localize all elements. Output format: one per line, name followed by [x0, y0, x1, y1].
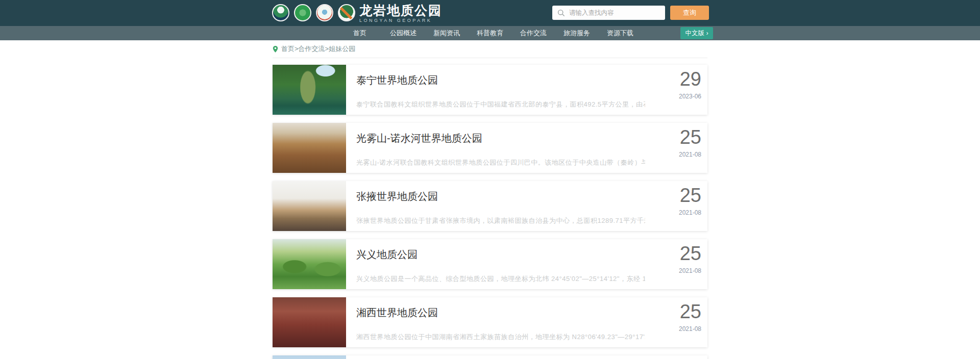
date-block: 25 2021-08 [645, 181, 707, 231]
geopark-emblem-hammer-icon [338, 4, 355, 21]
breadcrumb-text[interactable]: 首页>合作交流>姐妹公园 [281, 44, 355, 54]
nav-item-tourism-service[interactable]: 旅游服务 [562, 26, 591, 40]
date-year-month: 2021-08 [645, 151, 701, 158]
date-block: 25 [645, 355, 707, 359]
park-photo-partial [273, 355, 346, 359]
park-title[interactable]: 兴义地质公园 [356, 247, 645, 262]
language-version-button[interactable]: 中文版 › [680, 27, 713, 39]
geopark-emblem-red-ring-icon [316, 4, 333, 21]
sister-parks-list: 泰宁世界地质公园 泰宁联合国教科文组织世界地质公园位于中国福建省西北部的泰宁县，… [273, 65, 707, 359]
nav-item-news[interactable]: 新闻资讯 [432, 26, 461, 40]
site-title-block: 龙岩地质公园 LONGYAN GEOPARK [359, 4, 442, 23]
nav-menu: 首页 公园概述 新闻资讯 科普教育 合作交流 旅游服务 资源下载 [346, 26, 634, 40]
list-item-taining[interactable]: 泰宁世界地质公园 泰宁联合国教科文组织世界地质公园位于中国福建省西北部的泰宁县，… [273, 65, 707, 115]
list-item-body: 湘西世界地质公园 湘西世界地质公园位于中国湖南省湘西土家族苗族自治州，地理坐标为… [346, 297, 645, 347]
location-pin-icon [273, 46, 278, 53]
list-item-xiangxi[interactable]: 湘西世界地质公园 湘西世界地质公园位于中国湖南省湘西土家族苗族自治州，地理坐标为… [273, 297, 707, 347]
search-box[interactable] [552, 6, 665, 20]
nav-item-science-education[interactable]: 科普教育 [476, 26, 504, 40]
date-block: 29 2023-06 [645, 65, 707, 115]
date-day: 25 [645, 127, 701, 147]
park-photo-zhangye [273, 181, 346, 231]
park-photo-guangwushan [273, 123, 346, 173]
site-title: 龙岩地质公园 [359, 4, 442, 17]
park-photo-xingyi [273, 239, 346, 289]
date-day: 25 [645, 185, 701, 206]
breadcrumb: 首页>合作交流>姐妹公园 [273, 44, 707, 58]
list-item-partial[interactable]: 25 [273, 355, 707, 359]
park-description: 张掖世界地质公园位于甘肃省张掖市境内，以肃南裕固族自治县为中心，总面积1289.… [356, 216, 645, 225]
list-item-body: 光雾山-诺水河世界地质公园 光雾山-诺水河联合国教科文组织世界地质公园位于四川巴… [346, 123, 645, 173]
search-icon [557, 9, 565, 17]
list-item-xingyi[interactable]: 兴义地质公园 兴义地质公园是一个高品位、综合型地质公园，地理坐标为北纬 24°4… [273, 239, 707, 289]
geopark-emblem-green-icon [294, 4, 311, 21]
list-item-body: 兴义地质公园 兴义地质公园是一个高品位、综合型地质公园，地理坐标为北纬 24°4… [346, 239, 645, 289]
park-description: 光雾山-诺水河联合国教科文组织世界地质公园位于四川巴中。该地区位于中央造山带（秦… [356, 158, 645, 167]
date-year-month: 2021-08 [645, 267, 701, 274]
date-day: 29 [645, 69, 701, 89]
park-photo-taining [273, 65, 346, 115]
site-header: 龙岩地质公园 LONGYAN GEOPARK 查询 [0, 0, 980, 26]
park-description: 兴义地质公园是一个高品位、综合型地质公园，地理坐标为北纬 24°45'02"—2… [356, 274, 645, 284]
search-input[interactable] [569, 9, 665, 16]
date-day: 25 [645, 301, 701, 322]
logo-group [272, 4, 355, 21]
park-description: 泰宁联合国教科文组织世界地质公园位于中国福建省西北部的泰宁县，面积492.5平方… [356, 100, 645, 109]
park-title[interactable]: 光雾山-诺水河世界地质公园 [356, 131, 645, 145]
list-item-body: 泰宁世界地质公园 泰宁联合国教科文组织世界地质公园位于中国福建省西北部的泰宁县，… [346, 65, 645, 115]
park-title[interactable]: 湘西世界地质公园 [356, 305, 645, 320]
date-year-month: 2023-06 [645, 93, 701, 100]
nav-item-cooperation[interactable]: 合作交流 [519, 26, 548, 40]
list-item-zhangye[interactable]: 张掖世界地质公园 张掖世界地质公园位于甘肃省张掖市境内，以肃南裕固族自治县为中心… [273, 181, 707, 231]
park-title[interactable]: 张掖世界地质公园 [356, 189, 645, 203]
park-description: 湘西世界地质公园位于中国湖南省湘西土家族苗族自治州，地理坐标为 N28°06'4… [356, 332, 645, 342]
park-photo-xiangxi [273, 297, 346, 347]
search-button[interactable]: 查询 [670, 6, 709, 20]
geopark-emblem-mountain-icon [272, 4, 289, 21]
date-day: 25 [645, 243, 701, 264]
date-year-month: 2021-08 [645, 325, 701, 332]
main-nav: 首页 公园概述 新闻资讯 科普教育 合作交流 旅游服务 资源下载 中文版 › [0, 26, 980, 40]
site-subtitle: LONGYAN GEOPARK [359, 18, 442, 23]
date-block: 25 2021-08 [645, 123, 707, 173]
nav-item-home[interactable]: 首页 [346, 26, 374, 40]
date-year-month: 2021-08 [645, 209, 701, 216]
list-item-guangwushan[interactable]: 光雾山-诺水河世界地质公园 光雾山-诺水河联合国教科文组织世界地质公园位于四川巴… [273, 123, 707, 173]
nav-item-park-overview[interactable]: 公园概述 [389, 26, 418, 40]
nav-item-resource-download[interactable]: 资源下载 [606, 26, 634, 40]
date-block: 25 2021-08 [645, 297, 707, 347]
park-title[interactable]: 泰宁世界地质公园 [356, 73, 645, 87]
list-item-body: 张掖世界地质公园 张掖世界地质公园位于甘肃省张掖市境内，以肃南裕固族自治县为中心… [346, 181, 645, 231]
list-item-body [346, 355, 645, 359]
date-block: 25 2021-08 [645, 239, 707, 289]
